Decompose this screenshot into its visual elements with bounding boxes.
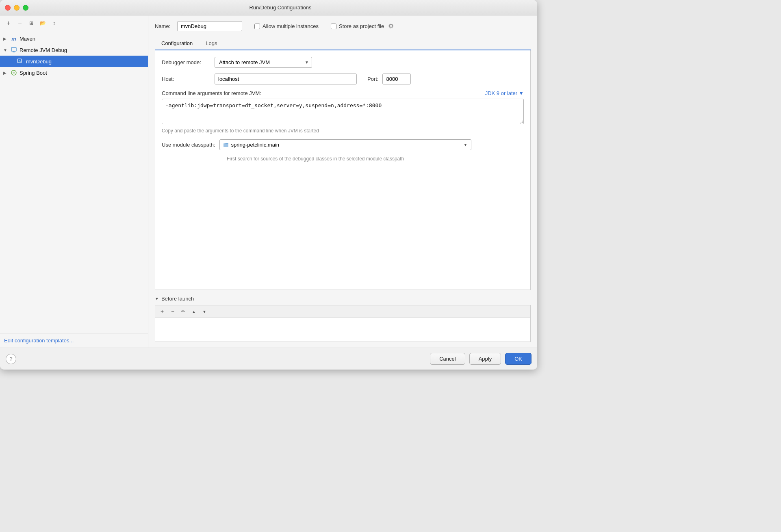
gear-icon[interactable]: ⚙ — [388, 22, 394, 30]
move-to-folder-button[interactable]: 📂 — [38, 19, 47, 28]
allow-multiple-label: Allow multiple instances — [263, 23, 319, 29]
before-launch-up-button[interactable]: ▲ — [189, 307, 198, 316]
remove-config-button[interactable]: − — [15, 19, 24, 28]
copy-config-button[interactable]: ⊞ — [27, 19, 36, 28]
add-config-button[interactable]: + — [4, 19, 13, 28]
debugger-mode-wrapper: Attach to remote JVM Listen to remote JV… — [215, 57, 312, 68]
host-label: Host: — [162, 76, 210, 82]
sidebar: + − ⊞ 📂 ↕ ▶ m Maven ▼ — [0, 15, 148, 348]
bottom-bar: ? Cancel Apply OK — [0, 348, 537, 370]
cmd-textarea[interactable]: -agentlib:jdwp=transport=dt_socket,serve… — [162, 99, 524, 124]
sidebar-item-spring-boot[interactable]: ▶ Spring Boot — [0, 67, 148, 78]
title-bar: Run/Debug Configurations — [0, 0, 537, 15]
store-project-group: Store as project file ⚙ — [331, 22, 394, 30]
jdk-version-label: JDK 9 or later — [485, 90, 517, 96]
debugger-mode-row: Debugger mode: Attach to remote JVM List… — [162, 57, 524, 68]
module-select-arrow: ▼ — [464, 143, 468, 147]
module-label: Use module classpath: — [162, 142, 215, 148]
sidebar-toolbar: + − ⊞ 📂 ↕ — [0, 15, 148, 31]
before-launch-title: Before launch — [161, 296, 194, 302]
before-launch-toolbar: + − ✏ ▲ ▼ — [155, 305, 531, 318]
port-label: Port: — [367, 76, 378, 82]
svg-rect-0 — [11, 48, 16, 51]
before-launch-remove-button[interactable]: − — [168, 307, 177, 316]
module-hint: First search for sources of the debugged… — [227, 156, 524, 162]
tab-logs[interactable]: Logs — [199, 37, 223, 50]
sidebar-item-label: Spring Boot — [20, 70, 47, 76]
before-launch-edit-button[interactable]: ✏ — [179, 307, 188, 316]
window-title: Run/Debug Configurations — [28, 4, 532, 11]
apply-button[interactable]: Apply — [469, 353, 501, 365]
module-select[interactable]: spring-petclinic.main ▼ — [219, 139, 471, 150]
cancel-button[interactable]: Cancel — [430, 353, 465, 365]
before-launch-header: ▼ Before launch — [155, 296, 531, 302]
name-row: Name: Allow multiple instances Store as … — [155, 21, 531, 31]
store-project-label: Store as project file — [339, 23, 384, 29]
before-launch-list — [155, 318, 531, 342]
sidebar-item-label: Remote JVM Debug — [20, 47, 67, 53]
minimize-button[interactable] — [14, 5, 20, 11]
jdk-version-link[interactable]: JDK 9 or later ▼ — [485, 90, 524, 96]
close-button[interactable] — [5, 5, 11, 11]
sidebar-item-remote-jvm-debug[interactable]: ▼ Remote JVM Debug — [0, 44, 148, 56]
debug-icon — [10, 46, 18, 54]
host-input[interactable] — [215, 74, 357, 84]
debugger-mode-select[interactable]: Attach to remote JVM Listen to remote JV… — [215, 57, 312, 68]
sidebar-item-label: Maven — [20, 36, 35, 42]
maximize-button[interactable] — [23, 5, 28, 11]
main-layout: + − ⊞ 📂 ↕ ▶ m Maven ▼ — [0, 15, 537, 348]
before-launch-section: ▼ Before launch + − ✏ ▲ ▼ — [155, 296, 531, 342]
button-group: Cancel Apply OK — [430, 353, 532, 365]
cmd-label: Command line arguments for remote JVM: — [162, 90, 261, 96]
tree-area: ▶ m Maven ▼ Remote JVM Debug — [0, 31, 148, 333]
sort-button[interactable]: ↕ — [50, 19, 59, 28]
module-classpath-row: Use module classpath: spring-petclinic.m… — [162, 139, 524, 150]
allow-multiple-group: Allow multiple instances — [254, 23, 319, 29]
spring-icon — [10, 69, 18, 77]
maven-arrow: ▶ — [3, 37, 10, 41]
cmd-header: Command line arguments for remote JVM: J… — [162, 90, 524, 96]
debug-config-icon — [16, 57, 24, 65]
sidebar-footer: Edit configuration templates... — [0, 333, 148, 348]
port-input[interactable] — [382, 74, 411, 84]
module-value: spring-petclinic.main — [231, 142, 280, 148]
traffic-lights — [5, 5, 28, 11]
name-label: Name: — [155, 23, 173, 29]
tab-configuration[interactable]: Configuration — [155, 37, 199, 50]
spring-boot-arrow: ▶ — [3, 71, 10, 75]
sidebar-item-mvndebug[interactable]: ▶ mvnDebug — [0, 56, 148, 67]
help-button[interactable]: ? — [6, 354, 16, 364]
jdk-version-arrow: ▼ — [518, 90, 524, 96]
name-input[interactable] — [177, 21, 242, 31]
remote-jvm-arrow: ▼ — [3, 48, 10, 52]
ok-button[interactable]: OK — [505, 353, 532, 365]
before-launch-down-button[interactable]: ▼ — [200, 307, 209, 316]
sidebar-item-label: mvnDebug — [26, 58, 52, 65]
config-panel: Debugger mode: Attach to remote JVM List… — [155, 50, 531, 290]
store-project-checkbox[interactable] — [331, 24, 336, 29]
edit-templates-link[interactable]: Edit configuration templates... — [4, 337, 74, 344]
right-panel: Name: Allow multiple instances Store as … — [148, 15, 537, 348]
host-port-row: Host: Port: — [162, 74, 524, 84]
tabs-container: Configuration Logs — [155, 37, 531, 50]
module-folder-icon — [223, 142, 229, 148]
debugger-mode-label: Debugger mode: — [162, 59, 210, 65]
maven-icon: m — [10, 35, 18, 43]
cmd-hint: Copy and paste the arguments to the comm… — [162, 128, 524, 134]
allow-multiple-checkbox[interactable] — [254, 24, 260, 29]
before-launch-add-button[interactable]: + — [158, 307, 167, 316]
before-launch-arrow[interactable]: ▼ — [155, 296, 159, 301]
sidebar-item-maven[interactable]: ▶ m Maven — [0, 33, 148, 44]
